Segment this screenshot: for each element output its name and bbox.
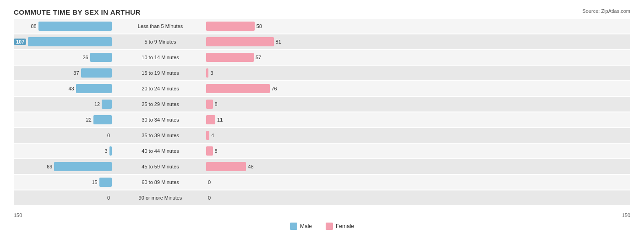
table-row: 2610 to 14 Minutes57: [14, 50, 630, 65]
table-row: 1225 to 29 Minutes8: [14, 97, 630, 112]
female-value: 57: [256, 55, 265, 60]
female-value: 48: [248, 164, 257, 169]
female-bar: [206, 68, 208, 78]
female-value: 76: [272, 86, 281, 91]
female-bar: [206, 53, 254, 62]
male-section: 26: [14, 53, 115, 62]
table-row: 1560 to 89 Minutes0: [14, 175, 630, 190]
table-row: 6945 to 59 Minutes48: [14, 159, 630, 174]
table-row: 4320 to 24 Minutes76: [14, 81, 630, 96]
female-bar: [206, 162, 246, 171]
table-row: 2230 to 34 Minutes11: [14, 112, 630, 127]
female-section: 3: [206, 68, 307, 78]
male-value: 43: [65, 86, 74, 91]
row-label: 60 to 89 Minutes: [115, 179, 206, 185]
male-value: 0: [101, 133, 110, 138]
female-section: 76: [206, 84, 307, 93]
male-bar: [102, 100, 112, 109]
row-label: 20 to 24 Minutes: [115, 86, 206, 91]
male-value: 3: [98, 148, 108, 154]
female-value: 3: [210, 70, 219, 76]
legend-male-label: Male: [300, 223, 312, 229]
female-value: 11: [217, 117, 226, 123]
row-label: 15 to 19 Minutes: [115, 70, 206, 76]
female-bar: [206, 131, 209, 140]
row-label: 90 or more Minutes: [115, 195, 206, 201]
axis-labels: 150 150: [14, 212, 630, 218]
male-section: 69: [14, 162, 115, 171]
row-label: 25 to 29 Minutes: [115, 101, 206, 107]
female-bar: [206, 37, 274, 46]
male-section: 88: [14, 22, 115, 31]
male-bar: [90, 53, 112, 62]
male-value: 22: [82, 117, 92, 123]
male-bar: [38, 22, 112, 31]
legend-female-box: [326, 223, 333, 230]
female-value: 81: [276, 39, 285, 45]
female-value: 8: [215, 148, 224, 154]
male-value: 37: [70, 70, 79, 76]
female-section: 58: [206, 22, 307, 31]
legend-male-box: [290, 223, 297, 230]
female-section: 0: [206, 193, 307, 202]
source-text: Source: ZipAtlas.com: [582, 8, 630, 14]
female-bar: [206, 115, 215, 124]
chart-title: COMMUTE TIME BY SEX IN ARTHUR: [14, 8, 630, 16]
row-label: 10 to 14 Minutes: [115, 55, 206, 60]
male-bar: [109, 146, 112, 156]
male-section: 15: [14, 178, 115, 187]
male-value: 88: [27, 23, 37, 29]
male-section: 3: [14, 146, 115, 156]
female-bar: [206, 84, 270, 93]
row-label: Less than 5 Minutes: [115, 23, 206, 29]
male-bar: [28, 37, 112, 46]
female-bar: [206, 22, 255, 31]
female-section: 81: [206, 37, 307, 46]
female-section: 8: [206, 146, 307, 156]
male-value: 0: [101, 195, 110, 201]
legend-area: Male Female: [14, 221, 630, 232]
table-row: 1075 to 9 Minutes81: [14, 34, 630, 49]
male-bar: [54, 162, 112, 171]
table-row: 340 to 44 Minutes8: [14, 144, 630, 158]
male-bar: [93, 115, 112, 124]
female-section: 0: [206, 178, 307, 187]
table-row: 035 to 39 Minutes4: [14, 128, 630, 143]
male-bar: [99, 178, 112, 187]
table-row: 3715 to 19 Minutes3: [14, 66, 630, 80]
male-section: 0: [14, 193, 115, 202]
female-value: 0: [208, 195, 217, 201]
legend-male: Male: [290, 223, 312, 230]
male-value: 69: [43, 164, 52, 169]
female-value: 0: [208, 179, 217, 185]
table-row: 090 or more Minutes0: [14, 190, 630, 205]
male-section: 107: [14, 37, 115, 46]
row-label: 30 to 34 Minutes: [115, 117, 206, 123]
female-section: 11: [206, 115, 307, 124]
male-value: 107: [14, 39, 26, 45]
female-bar: [206, 100, 213, 109]
female-section: 48: [206, 162, 307, 171]
female-value: 8: [215, 101, 224, 107]
row-label: 5 to 9 Minutes: [115, 39, 206, 45]
table-row: 88Less than 5 Minutes58: [14, 19, 630, 33]
female-section: 57: [206, 53, 307, 62]
legend-female: Female: [326, 223, 354, 230]
female-bar: [206, 146, 213, 156]
chart-area: 88Less than 5 Minutes581075 to 9 Minutes…: [14, 19, 630, 212]
female-value: 58: [257, 23, 266, 29]
male-bar: [76, 84, 112, 93]
male-section: 0: [14, 131, 115, 140]
row-label: 45 to 59 Minutes: [115, 164, 206, 169]
male-value: 15: [88, 179, 98, 185]
male-section: 37: [14, 68, 115, 78]
row-label: 40 to 44 Minutes: [115, 148, 206, 154]
chart-container: COMMUTE TIME BY SEX IN ARTHUR Source: Zi…: [0, 0, 644, 240]
male-bar: [81, 68, 112, 78]
axis-right: 150: [622, 212, 630, 218]
female-value: 4: [211, 133, 220, 138]
row-label: 35 to 39 Minutes: [115, 133, 206, 138]
male-value: 12: [91, 101, 100, 107]
female-section: 8: [206, 100, 307, 109]
legend-female-label: Female: [336, 223, 354, 229]
